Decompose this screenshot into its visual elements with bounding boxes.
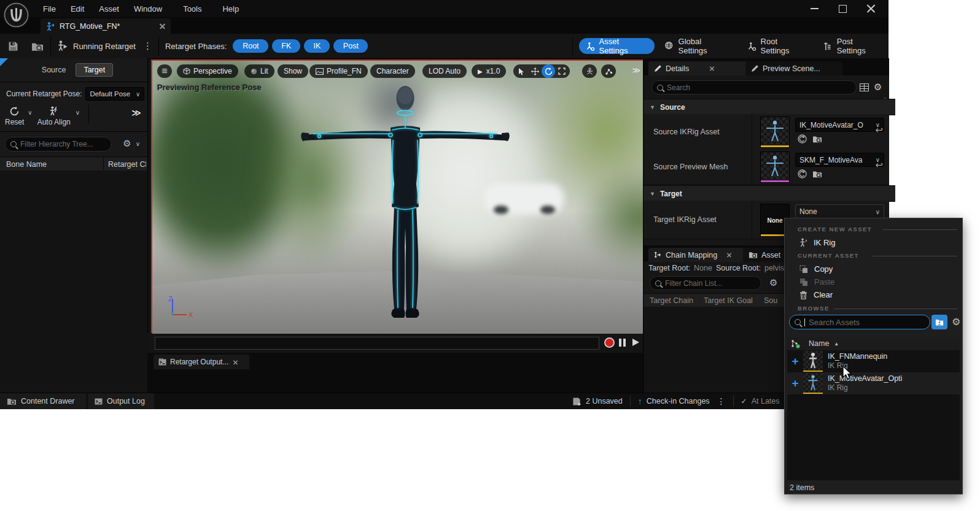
close-button[interactable]	[859, 1, 882, 17]
add-asset-icon[interactable]: +	[787, 355, 803, 368]
viewport-menu-button[interactable]: ≡	[157, 64, 172, 78]
menu-asset[interactable]: Asset	[91, 0, 126, 17]
use-selected-icon[interactable]	[798, 134, 807, 144]
menu-item-copy[interactable]: Copy	[785, 263, 962, 275]
preview-scene-tab[interactable]: Preview Scene...	[745, 61, 842, 75]
source-preview-mesh-thumbnail[interactable]	[760, 152, 790, 183]
retarget-chain-column[interactable]: Retarget Cl	[108, 160, 146, 169]
save-button[interactable]	[6, 39, 20, 53]
reset-button[interactable]: Reset	[5, 106, 24, 126]
target-ik-goal-column[interactable]: Target IK Goal	[704, 296, 764, 305]
column-rig-check-icon[interactable]	[791, 339, 800, 348]
at-latest-button[interactable]: ✓ At Lates	[741, 397, 787, 405]
source-section-header[interactable]: ▼ Source	[644, 99, 895, 115]
bone-name-column[interactable]: Bone Name	[0, 160, 47, 169]
preview-character[interactable]	[301, 81, 510, 326]
auto-align-button[interactable]: Auto Align	[37, 106, 71, 126]
menu-file[interactable]: File	[36, 0, 63, 17]
name-column-header[interactable]: Name	[809, 339, 829, 348]
browse-to-asset-button[interactable]	[31, 39, 44, 53]
show-dropdown[interactable]: Show	[278, 64, 308, 78]
output-log-button[interactable]: Output Log	[88, 393, 154, 409]
target-ikrig-dropdown[interactable]: None ∨	[795, 204, 884, 219]
details-tab[interactable]: Details	[648, 61, 752, 75]
playback-speed-button[interactable]: ▶ x1.0	[472, 64, 506, 78]
global-settings-button[interactable]: Global Settings	[658, 38, 737, 54]
perspective-dropdown[interactable]: Perspective	[177, 64, 238, 78]
target-chain-column[interactable]: Target Chain	[644, 296, 704, 305]
chain-filter-input[interactable]	[665, 279, 756, 288]
running-retarget-button[interactable]: Running Retarget	[57, 40, 136, 52]
reset-property-icon[interactable]: ↩	[875, 125, 883, 136]
unsaved-button[interactable]: 2 Unsaved	[572, 397, 623, 406]
retarget-output-tab[interactable]: Retarget Output...	[154, 355, 249, 369]
content-drawer-button[interactable]: Content Drawer	[0, 393, 86, 409]
asset-view-gear-icon[interactable]: ⚙	[952, 316, 960, 328]
menu-window[interactable]: Window	[126, 0, 169, 17]
asset-row-fnmannequin[interactable]: + IK_FNMannequin IK Rig	[787, 350, 960, 372]
hierarchy-filter-input[interactable]	[20, 140, 106, 148]
reset-chevron-icon[interactable]: ∨	[28, 109, 32, 116]
menu-item-ik-rig[interactable]: IK Rig	[785, 236, 962, 249]
menu-help[interactable]: Help	[215, 0, 246, 17]
chain-mapping-tab[interactable]: Chain Mapping	[648, 248, 750, 262]
asset-settings-button[interactable]: Asset Settings	[579, 38, 655, 54]
asset-list-empty-area[interactable]	[787, 394, 960, 480]
chain-mapping-close-icon[interactable]	[726, 252, 732, 258]
pause-button[interactable]	[619, 339, 626, 347]
menu-tools[interactable]: Tools	[176, 0, 209, 17]
reset-property-icon[interactable]: ↩	[875, 159, 883, 171]
phase-fk-button[interactable]: FK	[272, 39, 300, 53]
filter-chevron-icon[interactable]: ∨	[136, 140, 140, 147]
bone-tree-area[interactable]	[0, 171, 147, 393]
scale-tool-button[interactable]	[555, 64, 569, 78]
chain-settings-gear-icon[interactable]: ⚙	[769, 277, 777, 288]
target-mode-tab[interactable]: Target	[76, 63, 113, 77]
source-ikrig-thumbnail[interactable]	[760, 117, 790, 148]
timeline-scrubber[interactable]	[155, 337, 599, 350]
post-settings-button[interactable]: Post Settings	[817, 38, 889, 54]
profile-dropdown[interactable]: Profile_FN	[309, 64, 368, 78]
asset-row-motiveavatar[interactable]: + IK_MotiveAvatar_Opti IK Rig	[787, 372, 960, 394]
browse-asset-icon[interactable]	[812, 170, 822, 179]
checkin-changes-button[interactable]: ↑ Check-in Changes	[638, 396, 710, 406]
retarget-overflow-icon[interactable]: ⋮	[143, 40, 152, 52]
display-grid-icon[interactable]	[860, 83, 869, 91]
record-button[interactable]	[604, 337, 615, 348]
rotate-tool-button[interactable]	[542, 64, 555, 78]
details-tab-close-icon[interactable]	[709, 66, 715, 71]
asset-search-input[interactable]	[809, 318, 925, 327]
pose-dropdown[interactable]: Default Pose ∨	[85, 87, 144, 101]
source-chain-column[interactable]: Sou	[764, 296, 777, 305]
retarget-output-close-icon[interactable]	[233, 359, 238, 365]
filter-gear-icon[interactable]: ⚙	[123, 138, 131, 149]
phase-ik-button[interactable]: IK	[304, 39, 330, 53]
doc-tab-rtg-motive[interactable]: RTG_Motive_FN*	[41, 18, 171, 34]
phase-root-button[interactable]: Root	[233, 39, 268, 53]
move-tool-button[interactable]	[528, 64, 542, 78]
details-search-input[interactable]	[667, 83, 851, 92]
details-settings-gear-icon[interactable]: ⚙	[874, 82, 882, 93]
focus-skeleton-button[interactable]	[582, 64, 597, 78]
3d-viewport[interactable]: ≡ Perspective Lit Show Profile_FN Charac…	[151, 60, 644, 335]
expand-toolbar-icon[interactable]: ≫	[131, 107, 141, 118]
menu-edit[interactable]: Edit	[63, 0, 91, 17]
source-preview-mesh-dropdown[interactable]: SKM_F_MotiveAva ∨	[795, 153, 884, 167]
doc-tab-close-icon[interactable]	[159, 23, 166, 29]
phase-post-button[interactable]: Post	[333, 39, 368, 53]
auto-align-chevron-icon[interactable]: ∨	[76, 109, 80, 116]
minimize-button[interactable]	[803, 1, 826, 17]
lod-dropdown[interactable]: LOD Auto	[422, 64, 467, 78]
checkin-overflow-icon[interactable]: ⋮	[717, 396, 726, 406]
unreal-logo[interactable]	[4, 2, 29, 28]
asset-folder-filter-button[interactable]	[931, 315, 947, 329]
menu-item-paste[interactable]: Paste	[785, 275, 962, 288]
toolbar-overflow-icon[interactable]: ≫	[632, 66, 640, 75]
chain-view-button[interactable]	[601, 64, 616, 78]
source-ikrig-dropdown[interactable]: IK_MotiveAvatar_O ∨	[795, 118, 884, 132]
root-settings-button[interactable]: Root Settings	[741, 38, 813, 54]
target-section-header[interactable]: ▼ Target	[644, 185, 895, 202]
menu-item-clear[interactable]: Clear	[785, 288, 962, 301]
character-dropdown[interactable]: Character	[370, 64, 415, 78]
browse-asset-icon[interactable]	[812, 135, 822, 144]
